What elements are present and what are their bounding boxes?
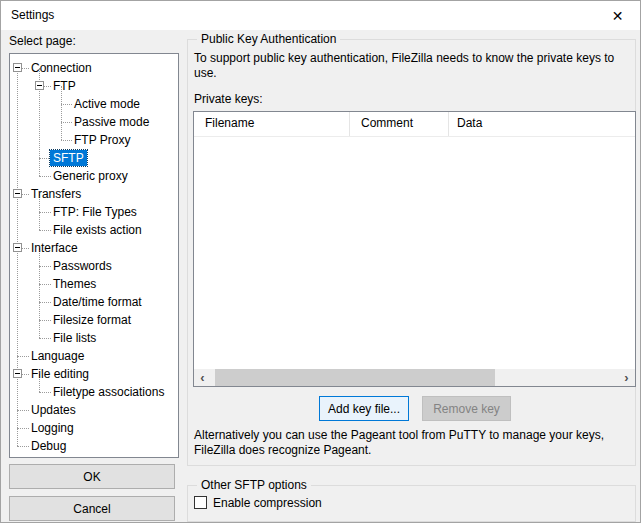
pageant-line: Alternatively you can use the Pageant to… bbox=[194, 428, 604, 443]
list-header: FilenameCommentData bbox=[194, 112, 635, 137]
tree-item-filetype-associations[interactable]: Filetype associations bbox=[10, 383, 178, 401]
tree-item-passive-mode[interactable]: Passive mode bbox=[10, 113, 178, 131]
collapse-icon[interactable] bbox=[35, 81, 44, 90]
column-header-comment[interactable]: Comment bbox=[350, 112, 449, 136]
group-title: Public Key Authentication bbox=[197, 32, 340, 46]
tree-item-label: File lists bbox=[50, 330, 99, 346]
collapse-icon[interactable] bbox=[13, 369, 22, 378]
pageant-line: FileZilla does recognize Pageant. bbox=[194, 443, 604, 458]
tree-item-debug[interactable]: Debug bbox=[10, 437, 178, 455]
tree-item-date-time-format[interactable]: Date/time format bbox=[10, 293, 178, 311]
tree-item-label: Debug bbox=[28, 438, 69, 454]
tree-item-label: Interface bbox=[28, 240, 81, 256]
tree-item-label: Logging bbox=[28, 420, 77, 436]
tree-item-language[interactable]: Language bbox=[10, 347, 178, 365]
private-keys-label: Private keys: bbox=[194, 92, 263, 106]
tree-item-transfers[interactable]: Transfers bbox=[10, 185, 178, 203]
tree-item-active-mode[interactable]: Active mode bbox=[10, 95, 178, 113]
titlebar[interactable]: Settings ✕ bbox=[1, 1, 640, 30]
other-sftp-options-group: Other SFTP options Enable compression bbox=[187, 485, 636, 522]
collapse-icon[interactable] bbox=[13, 243, 22, 252]
tree-item-label: Language bbox=[28, 348, 87, 364]
scroll-left-icon[interactable]: ‹ bbox=[194, 369, 211, 386]
add-key-file-button[interactable]: Add key file... bbox=[319, 396, 409, 421]
tree-item-generic-proxy[interactable]: Generic proxy bbox=[10, 167, 178, 185]
settings-dialog: Settings ✕ Select page: Connection FTP A… bbox=[0, 0, 641, 523]
tree-item-logging[interactable]: Logging bbox=[10, 419, 178, 437]
tree-item-updates[interactable]: Updates bbox=[10, 401, 178, 419]
scrollbar-thumb[interactable] bbox=[215, 369, 495, 386]
enable-compression-label: Enable compression bbox=[213, 496, 322, 510]
tree-item-label: FTP bbox=[50, 78, 79, 94]
tree-item-ftp-proxy[interactable]: FTP Proxy bbox=[10, 131, 178, 149]
tree-item-label: File exists action bbox=[50, 222, 145, 238]
tree-item-label: FTP Proxy bbox=[71, 132, 133, 148]
tree-item-label: Filesize format bbox=[50, 312, 134, 328]
close-icon[interactable]: ✕ bbox=[595, 1, 640, 30]
tree-item-file-lists[interactable]: File lists bbox=[10, 329, 178, 347]
horizontal-scrollbar[interactable]: ‹ › bbox=[194, 369, 635, 386]
window-title: Settings bbox=[11, 8, 54, 22]
tree-item-label: SFTP bbox=[50, 150, 87, 166]
tree-item-label: Passive mode bbox=[71, 114, 152, 130]
private-keys-list[interactable]: FilenameCommentData ‹ › bbox=[193, 111, 636, 387]
tree-item-label: Filetype associations bbox=[50, 384, 167, 400]
tree-item-label: FTP: File Types bbox=[50, 204, 140, 220]
tree-item-label: Updates bbox=[28, 402, 79, 418]
tree-item-filesize-format[interactable]: Filesize format bbox=[10, 311, 178, 329]
scroll-right-icon[interactable]: › bbox=[618, 369, 635, 386]
tree-item-label: Generic proxy bbox=[50, 168, 131, 184]
tree-item-label: Connection bbox=[28, 60, 95, 76]
description-line: To support public key authentication, Fi… bbox=[194, 51, 614, 66]
column-header-data[interactable]: Data bbox=[449, 112, 635, 136]
tree-item-connection[interactable]: Connection bbox=[10, 59, 178, 77]
tree-item-label: Passwords bbox=[50, 258, 115, 274]
tree-item-label: File editing bbox=[28, 366, 92, 382]
tree-item-themes[interactable]: Themes bbox=[10, 275, 178, 293]
cancel-button[interactable]: Cancel bbox=[9, 496, 175, 521]
public-key-authentication-group: Public Key Authentication To support pub… bbox=[187, 39, 636, 466]
tree-item-ftp[interactable]: FTP bbox=[10, 77, 178, 95]
remove-key-button[interactable]: Remove key bbox=[422, 396, 511, 421]
tree-item-interface[interactable]: Interface bbox=[10, 239, 178, 257]
description-line: use. bbox=[194, 66, 614, 81]
group-title: Other SFTP options bbox=[197, 478, 311, 492]
ok-button[interactable]: OK bbox=[9, 464, 175, 489]
public-key-description: To support public key authentication, Fi… bbox=[194, 51, 614, 81]
tree-item-label: Date/time format bbox=[50, 294, 145, 310]
collapse-icon[interactable] bbox=[13, 63, 22, 72]
page-tree[interactable]: Connection FTP Active mode Passive mode … bbox=[9, 53, 179, 458]
tree-item-label: Active mode bbox=[71, 96, 143, 112]
tree-item-file-exists-action[interactable]: File exists action bbox=[10, 221, 178, 239]
tree-item-label: Transfers bbox=[28, 186, 84, 202]
enable-compression-checkbox[interactable] bbox=[194, 496, 207, 509]
tree-item-file-editing[interactable]: File editing bbox=[10, 365, 178, 383]
tree-item-sftp[interactable]: SFTP bbox=[10, 149, 178, 167]
tree-item-passwords[interactable]: Passwords bbox=[10, 257, 178, 275]
pageant-note: Alternatively you can use the Pageant to… bbox=[194, 428, 604, 458]
select-page-label: Select page: bbox=[9, 34, 76, 48]
collapse-icon[interactable] bbox=[13, 189, 22, 198]
tree-item-label: Themes bbox=[50, 276, 99, 292]
column-header-filename[interactable]: Filename bbox=[194, 112, 350, 136]
tree-item-ftp-file-types[interactable]: FTP: File Types bbox=[10, 203, 178, 221]
